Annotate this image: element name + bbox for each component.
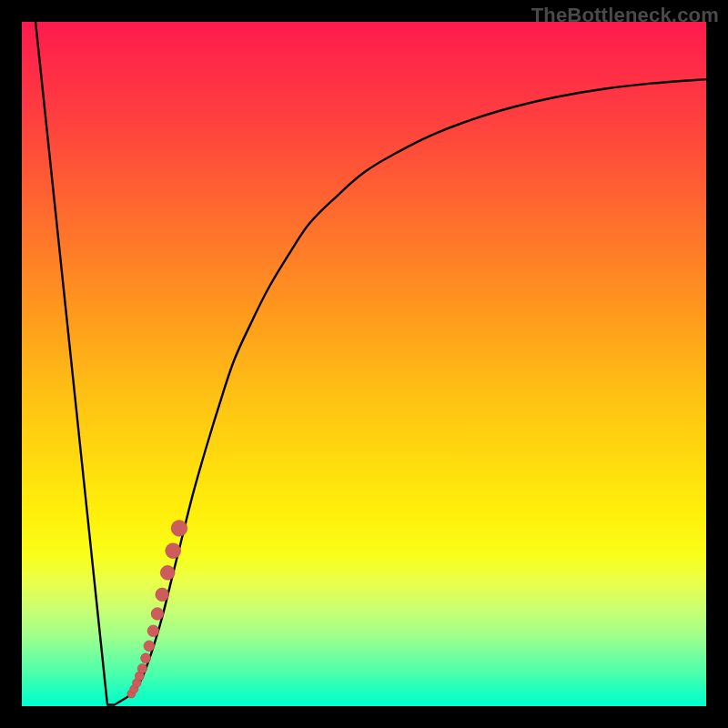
highlight-marker — [144, 641, 155, 652]
bottleneck-curve — [35, 22, 706, 704]
highlight-marker — [151, 608, 164, 621]
highlight-marker — [141, 653, 151, 663]
highlight-marker — [160, 565, 175, 580]
highlight-marker — [137, 663, 147, 672]
highlight-marker — [156, 588, 169, 602]
plot-area — [22, 22, 706, 706]
bottleneck-curve-path — [35, 22, 706, 704]
highlight-marker — [147, 625, 159, 637]
highlight-marker — [166, 543, 181, 559]
watermark-text: TheBottleneck.com — [531, 4, 719, 27]
highlight-markers — [127, 521, 187, 698]
highlight-marker — [171, 521, 187, 537]
chart-frame: TheBottleneck.com — [0, 0, 728, 728]
chart-svg — [22, 22, 706, 706]
